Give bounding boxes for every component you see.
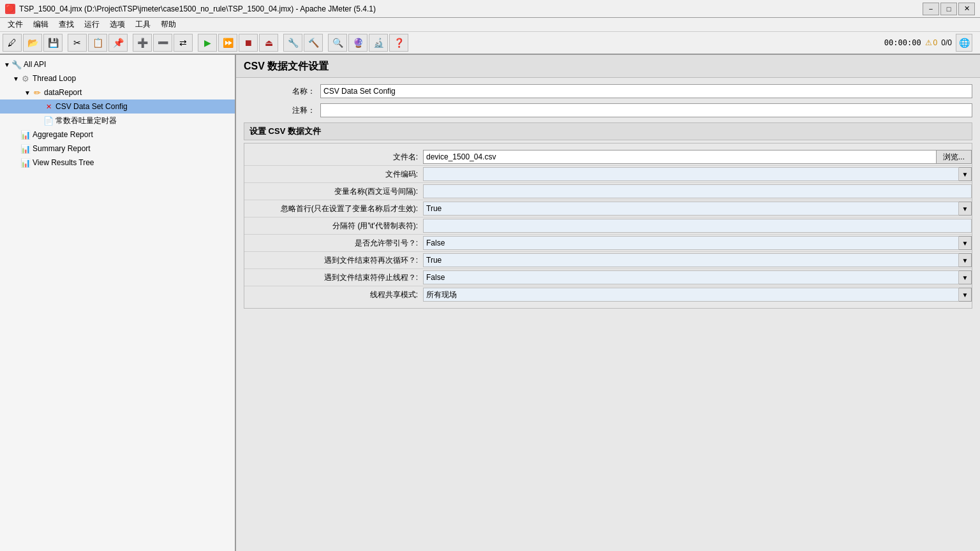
- expand-timer[interactable]: [34, 116, 43, 125]
- encoding-input[interactable]: [423, 167, 959, 181]
- workbench-button[interactable]: 🌐: [956, 34, 972, 52]
- encoding-dropdown-btn[interactable]: ▼: [959, 167, 972, 181]
- browse-button[interactable]: 浏览...: [937, 150, 972, 164]
- expand-thread-loop[interactable]: ▼: [11, 74, 20, 83]
- sharing-row: 线程共享模式: ▼: [244, 286, 972, 303]
- name-row: 名称：: [244, 83, 972, 99]
- error-count: 0/0: [941, 38, 952, 47]
- csv-data-label: CSV Data Set Config: [56, 102, 128, 111]
- timer-label: 常数吞吐量定时器: [56, 115, 117, 126]
- ignore-first-row: 忽略首行(只在设置了变量名称后才生效): ▼: [244, 200, 972, 217]
- maximize-button[interactable]: □: [940, 3, 957, 15]
- allow-quoted-row: 是否允许带引号？: ▼: [244, 235, 972, 252]
- stop-thread-dropdown-btn[interactable]: ▼: [959, 270, 972, 284]
- minimize-button[interactable]: −: [923, 3, 939, 15]
- tree-item-agg-report[interactable]: 📊 Aggregate Report: [0, 128, 235, 142]
- test-plan-tree: ▼ 🔧 All API ▼ ⚙ Thread Loop ▼ ✏ dataRepo…: [0, 55, 236, 551]
- remote-stop-button[interactable]: 🔨: [304, 34, 323, 52]
- ignore-first-label: 忽略首行(只在设置了变量名称后才生效):: [244, 203, 423, 214]
- stop-thread-row: 遇到文件结束符停止线程？: ▼: [244, 269, 972, 286]
- filename-input[interactable]: [423, 150, 937, 164]
- cut-button[interactable]: ✂: [68, 34, 87, 52]
- varnames-input[interactable]: [426, 187, 969, 196]
- toolbar-status: 00:00:00 ⚠ 0 0/0 🌐: [884, 34, 977, 52]
- expand-summary-report[interactable]: [11, 144, 20, 153]
- encoding-label: 文件编码:: [244, 169, 423, 180]
- menu-help[interactable]: 帮助: [156, 18, 181, 31]
- menu-find[interactable]: 查找: [54, 18, 79, 31]
- delimiter-input[interactable]: [426, 221, 969, 230]
- allow-quoted-dropdown-btn[interactable]: ▼: [959, 236, 972, 250]
- stop-button[interactable]: ⏹: [239, 34, 258, 52]
- data-report-icon: ✏: [32, 87, 42, 98]
- ignore-first-input[interactable]: [423, 202, 959, 216]
- sharing-select: ▼: [423, 288, 972, 302]
- clear-button[interactable]: 🔍: [328, 34, 347, 52]
- menu-edit[interactable]: 编辑: [28, 18, 54, 31]
- tree-item-all-api[interactable]: ▼ 🔧 All API: [0, 57, 235, 71]
- expand-csv-data[interactable]: [34, 102, 43, 111]
- csv-settings-form: 文件名: 浏览... 文件编码: ▼: [244, 143, 972, 309]
- menu-options[interactable]: 选项: [105, 18, 130, 31]
- allow-quoted-input[interactable]: [423, 236, 959, 250]
- panel-title: CSV 数据文件设置: [244, 61, 329, 71]
- menu-tools[interactable]: 工具: [130, 18, 156, 31]
- expand-data-report[interactable]: ▼: [23, 88, 32, 97]
- view-results-label: View Results Tree: [33, 158, 94, 167]
- warning-count: 0: [933, 38, 938, 47]
- window-title: TSP_1500_04.jmx (D:\Project\TSP\jmeter\c…: [19, 4, 923, 13]
- expand-all-api[interactable]: ▼: [3, 60, 11, 69]
- thread-loop-label: Thread Loop: [33, 74, 76, 83]
- section-title: 设置 CSV 数据文件: [244, 122, 972, 140]
- tree-item-csv-data[interactable]: ✕ CSV Data Set Config: [0, 99, 235, 114]
- save-button[interactable]: 💾: [43, 34, 63, 52]
- name-input[interactable]: [320, 84, 972, 98]
- open-button[interactable]: 📂: [23, 34, 42, 52]
- stop-thread-input[interactable]: [423, 270, 959, 284]
- menu-run[interactable]: 运行: [79, 18, 105, 31]
- help-button[interactable]: ❓: [389, 34, 408, 52]
- tree-item-summary-report[interactable]: 📊 Summary Report: [0, 142, 235, 156]
- start-no-pause-button[interactable]: ⏩: [218, 34, 237, 52]
- start-button[interactable]: ▶: [198, 34, 217, 52]
- sharing-dropdown-btn[interactable]: ▼: [959, 288, 972, 302]
- data-report-label: dataReport: [44, 88, 82, 97]
- delimiter-row: 分隔符 (用'\t'代替制表符):: [244, 217, 972, 235]
- clear-all-button[interactable]: 🔮: [348, 34, 368, 52]
- tree-item-thread-loop[interactable]: ▼ ⚙ Thread Loop: [0, 71, 235, 85]
- config-panel: CSV 数据文件设置 名称： 注释： 设置 CSV 数据文件: [236, 55, 980, 551]
- new-button[interactable]: 🖊: [3, 34, 22, 52]
- menu-bar: 文件 编辑 查找 运行 选项 工具 帮助: [0, 18, 980, 32]
- tree-item-view-results[interactable]: 📊 View Results Tree: [0, 156, 235, 170]
- sharing-label: 线程共享模式:: [244, 290, 423, 300]
- remote-start-button[interactable]: 🔧: [283, 34, 302, 52]
- thread-loop-icon: ⚙: [20, 73, 31, 84]
- recycle-label: 遇到文件结束符再次循环？:: [244, 255, 423, 266]
- csv-config-panel: CSV 数据文件设置 名称： 注释： 设置 CSV 数据文件: [236, 55, 980, 318]
- timer-icon: 📄: [43, 115, 54, 126]
- copy-button[interactable]: 📋: [88, 34, 107, 52]
- close-button[interactable]: ✕: [958, 3, 975, 15]
- comment-label: 注释：: [244, 105, 320, 116]
- expand-button[interactable]: ➕: [133, 34, 152, 52]
- title-bar: 🔴 TSP_1500_04.jmx (D:\Project\TSP\jmeter…: [0, 0, 980, 18]
- expand-agg-report[interactable]: [11, 130, 20, 139]
- tree-item-timer[interactable]: 📄 常数吞吐量定时器: [0, 114, 235, 128]
- recycle-input[interactable]: [423, 253, 959, 267]
- collapse-button[interactable]: ➖: [153, 34, 172, 52]
- shutdown-button[interactable]: ⏏: [259, 34, 278, 52]
- expand-view-results[interactable]: [11, 158, 20, 167]
- paste-button[interactable]: 📌: [108, 34, 128, 52]
- sharing-input[interactable]: [423, 288, 959, 302]
- comment-input[interactable]: [320, 103, 972, 117]
- filename-row: 文件名: 浏览...: [244, 149, 972, 166]
- app-icon: 🔴: [5, 4, 15, 14]
- ignore-first-dropdown-btn[interactable]: ▼: [959, 202, 972, 216]
- menu-file[interactable]: 文件: [3, 18, 28, 31]
- tree-item-data-report[interactable]: ▼ ✏ dataReport: [0, 85, 235, 99]
- warning-badge: ⚠ 0: [925, 38, 938, 47]
- recycle-dropdown-btn[interactable]: ▼: [959, 253, 972, 267]
- function-helper-button[interactable]: 🔬: [369, 34, 388, 52]
- toggle-button[interactable]: ⇄: [174, 34, 193, 52]
- form-area: 名称： 注释： 设置 CSV 数据文件 文件名: 浏览.: [236, 78, 980, 318]
